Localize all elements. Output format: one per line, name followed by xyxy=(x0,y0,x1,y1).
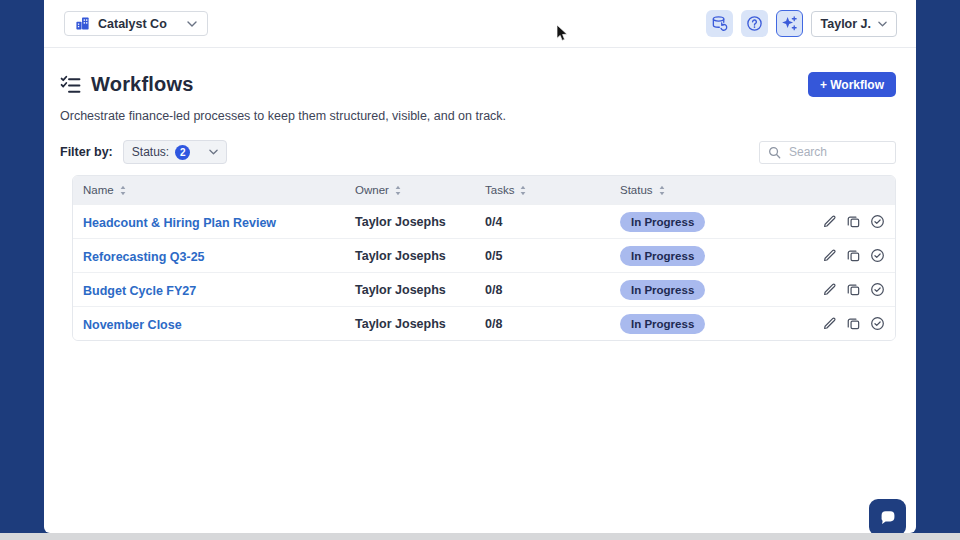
row-actions xyxy=(803,316,885,331)
duplicate-icon[interactable] xyxy=(846,248,861,263)
table-row: Headcount & Hiring Plan ReviewTaylor Jos… xyxy=(73,204,895,238)
chevron-down-icon xyxy=(187,21,197,27)
top-bar: Catalyst Co Taylor J. xyxy=(44,0,916,48)
workflow-tasks: 0/8 xyxy=(485,317,620,331)
column-header-owner: Owner xyxy=(355,184,485,196)
table-row: November CloseTaylor Josephs0/8In Progre… xyxy=(73,306,895,340)
workflow-name-cell: November Close xyxy=(83,315,355,333)
search-box xyxy=(759,141,896,164)
chevron-down-icon xyxy=(878,21,887,27)
workflow-status-cell: In Progress xyxy=(620,280,803,300)
table-row: Reforecasting Q3-25Taylor Josephs0/5In P… xyxy=(73,238,895,272)
complete-icon[interactable] xyxy=(870,248,885,263)
status-filter-count-badge: 2 xyxy=(175,145,190,160)
row-actions xyxy=(803,214,885,229)
search-icon xyxy=(768,146,781,159)
edit-icon[interactable] xyxy=(822,316,837,331)
help-button[interactable] xyxy=(741,10,768,37)
edit-icon[interactable] xyxy=(822,214,837,229)
table-row: Budget Cycle FY27Taylor Josephs0/8In Pro… xyxy=(73,272,895,306)
topbar-actions: Taylor J. xyxy=(706,10,897,37)
chat-bubble-icon xyxy=(877,507,899,529)
workflow-tasks: 0/8 xyxy=(485,283,620,297)
filter-by-label: Filter by: xyxy=(60,145,113,159)
workflow-name-cell: Headcount & Hiring Plan Review xyxy=(83,213,355,231)
chat-widget-button[interactable] xyxy=(869,499,906,536)
workflow-owner: Taylor Josephs xyxy=(355,317,485,331)
column-header-tasks: Tasks xyxy=(485,184,620,196)
page-subtitle: Orchestrate finance-led processes to kee… xyxy=(60,109,896,123)
checklist-icon xyxy=(60,74,81,95)
sort-icon[interactable] xyxy=(658,185,666,196)
user-name: Taylor J. xyxy=(821,17,871,31)
database-sync-icon xyxy=(711,15,728,32)
column-header-status: Status xyxy=(620,184,803,196)
workflow-owner: Taylor Josephs xyxy=(355,249,485,263)
sort-icon[interactable] xyxy=(394,185,402,196)
workflow-name-cell: Reforecasting Q3-25 xyxy=(83,247,355,265)
ai-assistant-button[interactable] xyxy=(776,10,803,37)
sort-icon[interactable] xyxy=(519,185,527,196)
sparkles-icon xyxy=(781,15,798,32)
status-badge: In Progress xyxy=(620,212,705,232)
workflow-status-cell: In Progress xyxy=(620,212,803,232)
duplicate-icon[interactable] xyxy=(846,282,861,297)
workflow-name-link[interactable]: November Close xyxy=(83,318,182,332)
status-badge: In Progress xyxy=(620,280,705,300)
company-selector[interactable]: Catalyst Co xyxy=(64,11,208,36)
workflow-status-cell: In Progress xyxy=(620,314,803,334)
search-input[interactable] xyxy=(787,144,887,160)
workflow-owner: Taylor Josephs xyxy=(355,215,485,229)
building-icon xyxy=(75,16,90,31)
workflow-name-cell: Budget Cycle FY27 xyxy=(83,281,355,299)
workflow-name-link[interactable]: Budget Cycle FY27 xyxy=(83,284,196,298)
status-badge: In Progress xyxy=(620,314,705,334)
data-sync-button[interactable] xyxy=(706,10,733,37)
table-header: Name Owner Tasks Status xyxy=(73,176,895,204)
workflow-name-link[interactable]: Reforecasting Q3-25 xyxy=(83,250,205,264)
page-title: Workflows xyxy=(91,73,194,96)
status-filter-label: Status: xyxy=(132,145,169,159)
complete-icon[interactable] xyxy=(870,316,885,331)
complete-icon[interactable] xyxy=(870,282,885,297)
workflow-status-cell: In Progress xyxy=(620,246,803,266)
edit-icon[interactable] xyxy=(822,248,837,263)
chevron-down-icon xyxy=(209,149,218,155)
workflow-name-link[interactable]: Headcount & Hiring Plan Review xyxy=(83,216,276,230)
duplicate-icon[interactable] xyxy=(846,316,861,331)
bottom-strip xyxy=(0,533,960,540)
new-workflow-button[interactable]: + Workflow xyxy=(808,72,896,97)
app-window: Catalyst Co Taylor J. xyxy=(44,0,916,533)
workflow-tasks: 0/4 xyxy=(485,215,620,229)
status-badge: In Progress xyxy=(620,246,705,266)
duplicate-icon[interactable] xyxy=(846,214,861,229)
user-menu[interactable]: Taylor J. xyxy=(811,11,897,37)
workflow-tasks: 0/5 xyxy=(485,249,620,263)
workflow-owner: Taylor Josephs xyxy=(355,283,485,297)
row-actions xyxy=(803,282,885,297)
table-body: Headcount & Hiring Plan ReviewTaylor Jos… xyxy=(73,204,895,340)
edit-icon[interactable] xyxy=(822,282,837,297)
status-filter-dropdown[interactable]: Status: 2 xyxy=(123,140,227,164)
help-icon xyxy=(746,15,763,32)
complete-icon[interactable] xyxy=(870,214,885,229)
main-content: Workflows + Workflow Orchestrate finance… xyxy=(44,48,916,341)
company-name: Catalyst Co xyxy=(98,17,167,31)
sort-icon[interactable] xyxy=(119,185,127,196)
workflows-table: Name Owner Tasks Status Headcount & Hiri… xyxy=(72,175,896,341)
row-actions xyxy=(803,248,885,263)
column-header-name: Name xyxy=(83,184,355,196)
